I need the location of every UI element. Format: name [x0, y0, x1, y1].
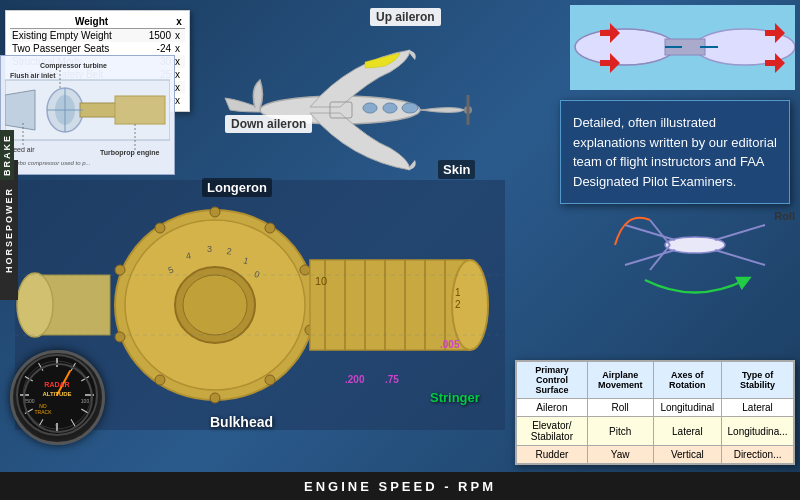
svg-point-54 [115, 265, 125, 275]
cell-axes: Longitudinal [653, 399, 722, 417]
svg-point-39 [183, 275, 247, 335]
measurement-label-1: .200 [345, 374, 364, 385]
gauge-ring [23, 363, 93, 433]
cell-stability: Longitudina... [722, 417, 794, 446]
compressor-svg: Flush air inlet Bleed air Compressor tur… [5, 60, 170, 170]
svg-point-53 [115, 332, 125, 342]
svg-marker-1 [5, 90, 35, 130]
bottom-bar-text: ENGINE SPEED - RPM [304, 479, 496, 494]
aileron-diagram-svg [570, 5, 795, 90]
table-row: Two Passenger Seats -24 x [10, 42, 185, 55]
row-value: 1500 [140, 29, 173, 43]
stability-diagram [595, 190, 795, 310]
brake-label: BRAKE [0, 130, 14, 180]
row-x: x [173, 42, 185, 55]
weight-col-header: Weight [10, 15, 173, 29]
svg-text:Flush air inlet: Flush air inlet [10, 72, 56, 79]
stability-svg [595, 190, 795, 310]
table-header-axes: Axes of Rotation [653, 362, 722, 399]
svg-text:3: 3 [207, 244, 212, 254]
table-row: Rudder Yaw Vertical Direction... [517, 446, 794, 464]
compressor-diagram: Flush air inlet Bleed air Compressor tur… [0, 55, 175, 175]
down-aileron-label: Down aileron [225, 115, 312, 133]
cell-surface: Elevator/ Stabilator [517, 417, 588, 446]
aileron-diagram-container [570, 5, 795, 94]
x-col-header: x [173, 15, 185, 29]
svg-text:Compressor turbine: Compressor turbine [40, 62, 107, 70]
left-sidebar-label: HORSEPOWER [0, 160, 18, 300]
table-row: Elevator/ Stabilator Pitch Lateral Longi… [517, 417, 794, 446]
radar-altimeter-gauge: RADAR ALTITUDE NO TRACK 0 2500 100 [10, 350, 105, 445]
table-header-movement: Airplane Movement [587, 362, 653, 399]
svg-point-32 [383, 103, 397, 113]
bulkhead-label: Bulkhead [210, 414, 273, 430]
svg-text:10: 10 [315, 275, 327, 287]
svg-point-46 [210, 207, 220, 217]
stringer-label: Stringer [430, 390, 480, 405]
row-x: x [173, 29, 185, 43]
cell-axes: Lateral [653, 417, 722, 446]
cell-stability: Lateral [722, 399, 794, 417]
cell-axes: Vertical [653, 446, 722, 464]
svg-point-55 [155, 223, 165, 233]
svg-text:Turboprop engine: Turboprop engine [100, 149, 159, 157]
cell-surface: Aileron [517, 399, 588, 417]
svg-point-51 [210, 393, 220, 403]
bottom-bar: ENGINE SPEED - RPM [0, 472, 800, 500]
svg-point-52 [155, 375, 165, 385]
table-header-primary: Primary Control Surface [517, 362, 588, 399]
cell-movement: Roll [587, 399, 653, 417]
svg-point-69 [17, 273, 53, 337]
longeron-label: Longeron [202, 178, 272, 197]
info-text-box: Detailed, often illustrated explanations… [560, 100, 790, 204]
cell-surface: Rudder [517, 446, 588, 464]
up-aileron-label: Up aileron [370, 8, 441, 26]
row-value: -24 [140, 42, 173, 55]
svg-text:1: 1 [455, 287, 461, 298]
measurement-label-2: .75 [385, 374, 399, 385]
svg-rect-56 [310, 260, 470, 350]
svg-point-47 [265, 223, 275, 233]
measurement-label-3: .005 [440, 339, 459, 350]
svg-point-50 [265, 375, 275, 385]
svg-text:2: 2 [455, 299, 461, 310]
table-row: Existing Empty Weight 1500 x [10, 29, 185, 43]
svg-point-31 [402, 103, 418, 113]
svg-rect-7 [115, 96, 165, 124]
cell-movement: Pitch [587, 417, 653, 446]
row-label: Two Passenger Seats [10, 42, 140, 55]
horsepower-label: HORSEPOWER [4, 187, 14, 273]
svg-text:A turbo compressor used to p..: A turbo compressor used to p... [6, 160, 90, 166]
cell-movement: Yaw [587, 446, 653, 464]
info-text: Detailed, often illustrated explanations… [573, 115, 777, 189]
svg-point-33 [363, 103, 377, 113]
cell-stability: Direction... [722, 446, 794, 464]
table-header-stability: Type of Stability [722, 362, 794, 399]
roll-label: Roll [774, 210, 795, 222]
data-table-card: Primary Control Surface Airplane Movemen… [515, 360, 795, 465]
row-label: Existing Empty Weight [10, 29, 140, 43]
table-row: Aileron Roll Longitudinal Lateral [517, 399, 794, 417]
skin-label: Skin [438, 160, 475, 179]
svg-point-48 [300, 265, 310, 275]
